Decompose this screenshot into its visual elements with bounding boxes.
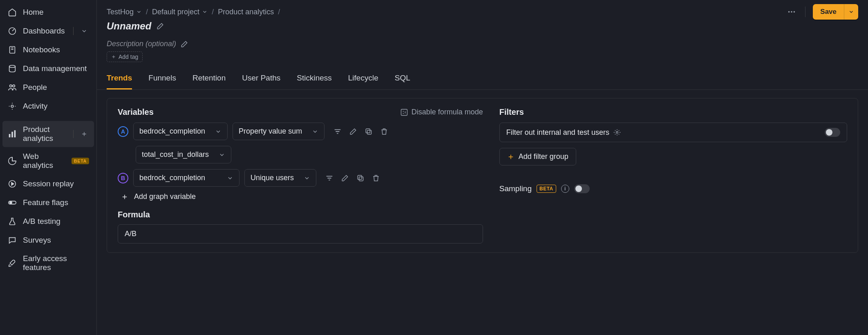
property-select[interactable]: total_cost_in_dollars: [136, 146, 231, 163]
header: TestHog / Default project / Product anal…: [97, 0, 868, 34]
svg-point-3: [10, 85, 12, 87]
sidebar-item-label: Product analytics: [23, 125, 67, 143]
sidebar-item-people[interactable]: People: [2, 78, 94, 96]
sidebar-item-label: A/B testing: [23, 217, 89, 226]
sidebar-item-ab-testing[interactable]: A/B testing: [2, 212, 94, 230]
edit-icon[interactable]: [340, 173, 350, 183]
save-dropdown-button[interactable]: [844, 4, 858, 20]
save-button[interactable]: Save: [813, 4, 844, 20]
svg-rect-1: [10, 47, 15, 54]
breadcrumb-crumb[interactable]: Product analytics: [218, 8, 274, 16]
sidebar-item-session-replay[interactable]: Session replay: [2, 175, 94, 193]
sidebar-item-web-analytics[interactable]: Web analytics BETA: [2, 148, 94, 174]
chevron-down-icon[interactable]: [79, 26, 89, 36]
svg-point-13: [791, 11, 792, 13]
add-variable-button[interactable]: Add graph variable: [121, 192, 483, 201]
svg-point-11: [10, 201, 12, 204]
svg-rect-6: [9, 134, 11, 137]
beta-badge: BETA: [537, 185, 556, 193]
breadcrumb-sep: /: [146, 8, 148, 16]
tab-stickiness[interactable]: Stickiness: [297, 68, 332, 89]
breadcrumb-crumb[interactable]: TestHog: [107, 8, 142, 16]
sampling-row: Sampling BETA i: [499, 184, 847, 193]
svg-rect-15: [401, 109, 407, 115]
tab-sql[interactable]: SQL: [395, 68, 410, 89]
sidebar-item-activity[interactable]: Activity: [2, 97, 94, 115]
home-icon: [7, 7, 17, 17]
sidebar-item-label: People: [23, 83, 89, 92]
edit-description-button[interactable]: [180, 40, 188, 48]
sidebar-item-label: Notebooks: [23, 45, 89, 54]
plus-icon[interactable]: [79, 129, 89, 139]
svg-point-14: [794, 11, 795, 13]
filter-icon[interactable]: [324, 173, 334, 183]
rocket-icon: [7, 258, 17, 268]
sidebar-item-home[interactable]: Home: [2, 3, 94, 21]
aggregation-select[interactable]: Property value sum: [233, 123, 324, 140]
internal-users-toggle[interactable]: [825, 128, 840, 137]
tab-trends[interactable]: Trends: [107, 68, 132, 89]
trash-icon[interactable]: [379, 127, 389, 136]
sidebar-item-label: Activity: [23, 102, 89, 111]
chevron-down-icon: [202, 9, 208, 15]
people-icon: [7, 83, 17, 92]
event-select[interactable]: bedrock_completion: [133, 123, 228, 140]
aggregation-select[interactable]: Unique users: [244, 169, 316, 187]
sidebar-item-notebooks[interactable]: Notebooks: [2, 41, 94, 59]
add-filter-group-button[interactable]: Add filter group: [499, 148, 576, 165]
main-content: TestHog / Default project / Product anal…: [97, 0, 868, 335]
insight-title: Unnamed: [107, 20, 151, 32]
description-row: Description (optional): [97, 34, 868, 48]
chevron-down-icon: [304, 175, 310, 181]
sidebar-item-label: Surveys: [23, 236, 89, 245]
sidebar-item-surveys[interactable]: Surveys: [2, 231, 94, 249]
copy-icon[interactable]: [356, 173, 365, 183]
sidebar-item-data-management[interactable]: Data management: [2, 60, 94, 78]
gear-icon[interactable]: [613, 129, 621, 136]
query-panel: Variables Disable formula mode A bedrock…: [107, 98, 858, 253]
internal-users-filter: Filter out internal and test users: [499, 123, 847, 142]
filter-icon[interactable]: [333, 127, 342, 136]
beta-badge: BETA: [72, 158, 89, 164]
edit-icon[interactable]: [348, 127, 358, 136]
chat-icon: [7, 235, 17, 245]
add-tag-label: Add tag: [119, 54, 138, 60]
disable-formula-button[interactable]: Disable formula mode: [400, 108, 483, 116]
info-icon[interactable]: i: [561, 185, 569, 193]
sidebar-item-label: Session replay: [23, 179, 89, 188]
sidebar-item-label: Early access features: [23, 254, 89, 272]
filters-column: Filters Filter out internal and test use…: [499, 107, 847, 243]
divider: [805, 7, 805, 17]
filter-label: Filter out internal and test users: [506, 128, 621, 137]
event-select[interactable]: bedrock_completion: [133, 169, 239, 187]
tab-funnels[interactable]: Funnels: [148, 68, 176, 89]
flask-icon: [7, 217, 17, 226]
formula-input[interactable]: [118, 224, 483, 243]
variables-column: Variables Disable formula mode A bedrock…: [118, 107, 483, 243]
plus-icon: [111, 54, 116, 59]
sidebar-item-dashboards[interactable]: Dashboards: [2, 22, 94, 40]
sidebar-item-label: Web analytics: [23, 152, 66, 170]
svg-point-12: [788, 11, 790, 13]
breadcrumb-sep: /: [212, 8, 214, 16]
tab-user-paths[interactable]: User Paths: [242, 68, 280, 89]
more-icon[interactable]: [785, 6, 798, 18]
sidebar: Home Dashboards Notebooks Data managemen…: [0, 0, 97, 335]
sidebar-item-label: Dashboards: [23, 27, 67, 36]
variable-row: B bedrock_completion Unique users: [118, 169, 483, 187]
sampling-label: Sampling: [499, 184, 532, 193]
save-button-group: Save: [813, 4, 858, 20]
edit-title-button[interactable]: [156, 22, 164, 30]
trash-icon[interactable]: [371, 173, 381, 183]
sidebar-item-feature-flags[interactable]: Feature flags: [2, 194, 94, 212]
tab-retention[interactable]: Retention: [192, 68, 226, 89]
copy-icon[interactable]: [364, 127, 374, 136]
breadcrumb-crumb[interactable]: Default project: [152, 8, 208, 16]
breadcrumb: TestHog / Default project / Product anal…: [107, 8, 280, 16]
sidebar-item-early-access[interactable]: Early access features: [2, 250, 94, 276]
add-tag-button[interactable]: Add tag: [107, 51, 143, 62]
sampling-toggle[interactable]: [574, 184, 590, 193]
tab-lifecycle[interactable]: Lifecycle: [348, 68, 378, 89]
sidebar-item-product-analytics[interactable]: Product analytics: [2, 121, 94, 147]
gauge-icon: [7, 26, 17, 36]
